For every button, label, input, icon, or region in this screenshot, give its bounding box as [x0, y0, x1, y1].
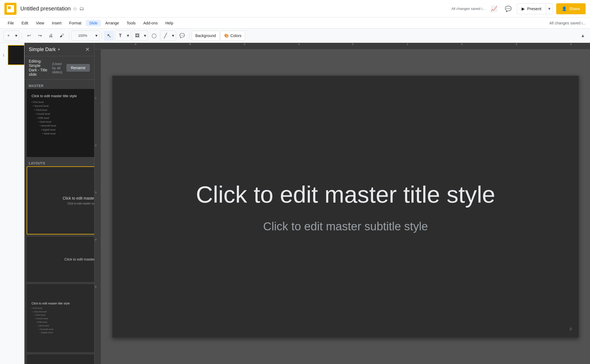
- save-status: All changes saved i...: [451, 7, 485, 11]
- zoom-label-btn[interactable]: 100%: [72, 31, 94, 41]
- ruler-h-marks: -4 -3 -2 -1 0 1 2 3 4: [94, 43, 590, 49]
- canvas-body: 1 2 3 4 5 Click to edit master title sty…: [94, 49, 590, 364]
- main-layout: 1 Simple Dark ▾ ✕ Editing: Simple Dark -…: [0, 43, 590, 364]
- layout-1-sub: Click to edit master subtitle style: [63, 202, 94, 205]
- comments-icon[interactable]: 💬: [503, 3, 514, 14]
- layout-3-title: Click to edit master title style: [32, 302, 94, 305]
- top-bar: Untitled presentation ☆ 🗂 All changes sa…: [0, 0, 590, 18]
- slide-subtitle[interactable]: Click to edit master subtitle style: [263, 220, 428, 233]
- toolbar: ＋ ▾ ↩ ↪ 🖨 🖌 100% ▾ ↖ T ▾ 🖼 ▾ ◯ ╱ ▾ 💬 Bac…: [0, 29, 590, 43]
- slide-thumb-wrapper-1: 1: [8, 45, 22, 65]
- share-icon: 👤: [562, 6, 567, 11]
- layout-1-title: Click to edit master title style: [63, 196, 94, 200]
- master-thumb[interactable]: Click to edit master title style • First…: [27, 89, 94, 157]
- insert-button[interactable]: ＋: [4, 31, 13, 41]
- menu-format[interactable]: Format: [66, 20, 85, 26]
- separator-3: [102, 32, 102, 39]
- ruler-vertical: 1 2 3 4 5: [94, 49, 101, 364]
- present-play-icon: ▶: [522, 6, 525, 11]
- zoom-dropdown[interactable]: ▾: [94, 31, 99, 41]
- master-thumb-title: Click to edit master title style: [32, 94, 94, 98]
- share-label: Share: [569, 6, 580, 11]
- slide-canvas[interactable]: Click to edit master title style Click t…: [112, 75, 579, 338]
- image-btn-group: 🖼 ▾: [132, 30, 148, 41]
- star-icon[interactable]: ☆: [73, 6, 77, 12]
- redo-button[interactable]: ↪: [35, 31, 45, 41]
- menu-addons[interactable]: Add-ons: [140, 20, 161, 26]
- collapse-toolbar-button[interactable]: ▲: [579, 32, 587, 40]
- menu-insert[interactable]: Insert: [49, 20, 65, 26]
- slide-panel: 1: [0, 43, 24, 364]
- separator-4: [189, 32, 190, 39]
- doc-title[interactable]: Untitled presentation: [20, 5, 71, 12]
- folder-icon[interactable]: 🗂: [79, 6, 84, 12]
- layout-3-content: Click to edit master title style • First…: [27, 297, 94, 339]
- undo-button[interactable]: ↩: [24, 31, 34, 41]
- paint-format-button[interactable]: 🖌: [57, 31, 67, 41]
- master-close-button[interactable]: ✕: [85, 46, 90, 53]
- menu-bar: File Edit View Insert Format Slide Arran…: [0, 18, 590, 29]
- menu-edit[interactable]: Edit: [18, 20, 32, 26]
- master-dropdown-icon[interactable]: ▾: [58, 47, 60, 52]
- ruler-mark--2: -2: [243, 43, 245, 46]
- background-button[interactable]: Background: [192, 31, 219, 41]
- layout-thumb-1[interactable]: Click to edit master title style Click t…: [27, 166, 94, 234]
- shape-button[interactable]: ◯: [149, 31, 159, 41]
- ruler-v-mark-3: 3: [95, 191, 96, 194]
- text-btn-group: T ▾: [115, 30, 131, 41]
- separator-2: [69, 32, 69, 39]
- master-thumb-bullets: • First level • Second level • Third lev…: [32, 100, 94, 136]
- ruler-v-mark-4: 4: [95, 238, 96, 241]
- image-button[interactable]: 🖼: [132, 31, 142, 41]
- present-dropdown-arrow[interactable]: ▾: [546, 4, 553, 14]
- share-button[interactable]: 👤 Share: [556, 3, 586, 14]
- canvas-area: -4 -3 -2 -1 0 1 2 3 4 1 2 3 4 5: [94, 43, 590, 364]
- ruler-v-mark-2: 2: [95, 144, 96, 147]
- text-dropdown[interactable]: ▾: [125, 31, 131, 41]
- master-section-label: MASTER: [27, 82, 94, 89]
- background-label: Background: [195, 33, 216, 38]
- layout-thumb-2[interactable]: Click to edit master title style: [27, 237, 94, 282]
- master-title-text: Simple Dark: [29, 47, 56, 52]
- slide-canvas-area: Click to edit master title style Click t…: [101, 49, 590, 364]
- menu-slide[interactable]: Slide: [86, 20, 101, 26]
- cursor-button[interactable]: ↖: [104, 31, 114, 41]
- insert-btn-group: ＋ ▾: [3, 30, 19, 41]
- editing-label: Editing: Simple Dark - Title slide: [29, 59, 49, 77]
- ruler-mark--4: -4: [134, 43, 136, 46]
- app-logo: [4, 3, 16, 15]
- palette-icon: 🎨: [224, 33, 229, 38]
- slide-main-title[interactable]: Click to edit master title style: [196, 180, 495, 209]
- ruler-mark-0: 0: [352, 43, 354, 46]
- line-button[interactable]: ╱: [160, 31, 170, 41]
- present-button[interactable]: ▶ Present ▾: [517, 3, 553, 14]
- save-link: All changes saved i...: [549, 21, 586, 25]
- layout-3-bullets: • First level • Second level • Third lev…: [32, 307, 94, 335]
- text-box-button[interactable]: T: [115, 31, 125, 41]
- insert-dropdown[interactable]: ▾: [13, 31, 19, 41]
- master-thumb-content: Click to edit master title style • First…: [27, 89, 94, 140]
- doc-title-area: Untitled presentation ☆ 🗂: [20, 5, 84, 12]
- line-dropdown[interactable]: ▾: [170, 31, 176, 41]
- layout-thumb-4[interactable]: Click to edit master title style • First…: [27, 354, 94, 364]
- menu-help[interactable]: Help: [162, 20, 177, 26]
- ruler-mark-4: 4: [570, 43, 572, 46]
- present-main[interactable]: ▶ Present: [517, 4, 546, 14]
- menu-file[interactable]: File: [4, 20, 17, 26]
- print-button[interactable]: 🖨: [46, 31, 56, 41]
- rename-button[interactable]: Rename: [66, 64, 90, 72]
- master-header: Simple Dark ▾ ✕: [24, 43, 94, 56]
- ruler-mark--1: -1: [298, 43, 300, 46]
- slide-thumb-1[interactable]: [8, 45, 24, 65]
- comment-button[interactable]: 💬: [177, 31, 187, 41]
- menu-arrange[interactable]: Arrange: [102, 20, 122, 26]
- layout-thumb-3[interactable]: Click to edit master title style • First…: [27, 284, 94, 352]
- colors-button[interactable]: 🎨 Colors: [221, 31, 245, 41]
- layout-1-content: Click to edit master title style Click t…: [63, 196, 94, 205]
- image-dropdown[interactable]: ▾: [142, 31, 148, 41]
- activity-icon[interactable]: 📈: [488, 3, 499, 14]
- slide-page-number: #: [569, 326, 572, 332]
- ruler-mark--3: -3: [189, 43, 191, 46]
- menu-view[interactable]: View: [33, 20, 48, 26]
- menu-tools[interactable]: Tools: [123, 20, 139, 26]
